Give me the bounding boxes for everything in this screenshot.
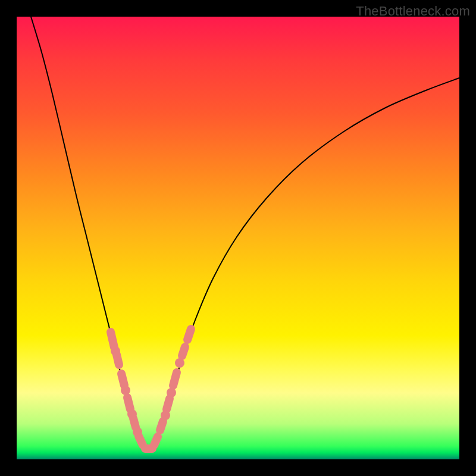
chart-plot-area (17, 17, 459, 459)
highlight-dot (121, 386, 130, 395)
highlight-seg (160, 421, 163, 430)
right-curve-path (149, 78, 459, 450)
left-curve-path (31, 17, 149, 450)
highlight-seg (127, 397, 130, 409)
highlight-dot (127, 409, 137, 419)
highlight-seg (173, 372, 177, 386)
highlight-dot (133, 427, 142, 437)
highlight-seg (167, 399, 170, 409)
highlight-seg (121, 374, 124, 386)
highlight-seg (111, 332, 114, 347)
highlight-seg (117, 355, 119, 365)
highlight-dot (167, 388, 176, 397)
highlight-seg (154, 437, 158, 445)
highlight-dot (161, 411, 170, 420)
chart-svg (17, 17, 459, 459)
highlight-seg (133, 418, 136, 427)
highlight-seg (182, 347, 185, 356)
highlight-seg (139, 436, 143, 445)
highlight-dot (175, 358, 184, 368)
highlight-seg (187, 329, 191, 340)
watermark-text: TheBottleneck.com (356, 4, 470, 19)
highlight-dot (111, 346, 120, 356)
